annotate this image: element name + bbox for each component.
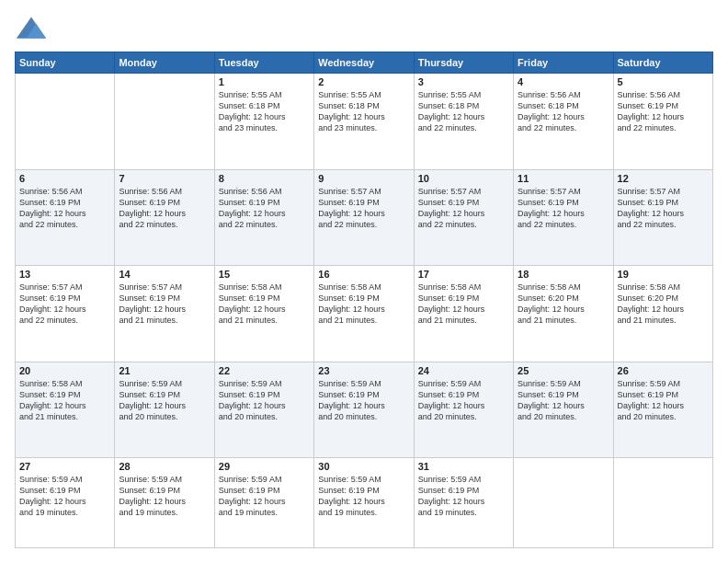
logo (15, 15, 51, 42)
cell-info: Sunrise: 5:55 AM Sunset: 6:18 PM Dayligh… (318, 89, 409, 134)
cell-info: Sunrise: 5:58 AM Sunset: 6:20 PM Dayligh… (618, 282, 709, 327)
day-number: 13 (19, 269, 110, 280)
cell-info: Sunrise: 5:57 AM Sunset: 6:19 PM Dayligh… (418, 186, 509, 231)
calendar-cell: 22Sunrise: 5:59 AM Sunset: 6:19 PM Dayli… (214, 362, 313, 458)
calendar-cell: 27Sunrise: 5:59 AM Sunset: 6:19 PM Dayli… (16, 458, 115, 548)
calendar-cell: 25Sunrise: 5:59 AM Sunset: 6:19 PM Dayli… (514, 362, 613, 458)
weekday-header-monday: Monday (115, 52, 214, 74)
cell-info: Sunrise: 5:59 AM Sunset: 6:19 PM Dayligh… (418, 378, 509, 423)
calendar-cell: 26Sunrise: 5:59 AM Sunset: 6:19 PM Dayli… (613, 362, 712, 458)
day-number: 23 (318, 365, 409, 376)
day-number: 24 (418, 365, 509, 376)
cell-info: Sunrise: 5:57 AM Sunset: 6:19 PM Dayligh… (19, 282, 110, 327)
cell-info: Sunrise: 5:55 AM Sunset: 6:18 PM Dayligh… (219, 89, 310, 134)
calendar-cell: 21Sunrise: 5:59 AM Sunset: 6:19 PM Dayli… (115, 362, 214, 458)
day-number: 9 (318, 173, 409, 184)
calendar-cell: 19Sunrise: 5:58 AM Sunset: 6:20 PM Dayli… (613, 266, 712, 362)
day-number: 31 (418, 461, 509, 472)
calendar-cell (514, 458, 613, 548)
calendar-cell: 17Sunrise: 5:58 AM Sunset: 6:19 PM Dayli… (414, 266, 513, 362)
calendar-cell: 9Sunrise: 5:57 AM Sunset: 6:19 PM Daylig… (314, 169, 414, 266)
weekday-header-tuesday: Tuesday (214, 52, 313, 74)
calendar-week-5: 27Sunrise: 5:59 AM Sunset: 6:19 PM Dayli… (16, 458, 713, 548)
calendar-week-2: 6Sunrise: 5:56 AM Sunset: 6:19 PM Daylig… (16, 169, 713, 266)
calendar-cell: 12Sunrise: 5:57 AM Sunset: 6:19 PM Dayli… (613, 169, 712, 266)
cell-info: Sunrise: 5:58 AM Sunset: 6:19 PM Dayligh… (318, 282, 409, 327)
cell-info: Sunrise: 5:58 AM Sunset: 6:20 PM Dayligh… (518, 282, 609, 327)
calendar-cell: 11Sunrise: 5:57 AM Sunset: 6:19 PM Dayli… (514, 169, 613, 266)
cell-info: Sunrise: 5:58 AM Sunset: 6:19 PM Dayligh… (418, 282, 509, 327)
page: SundayMondayTuesdayWednesdayThursdayFrid… (0, 0, 728, 563)
cell-info: Sunrise: 5:59 AM Sunset: 6:19 PM Dayligh… (418, 474, 509, 519)
calendar-cell (115, 74, 214, 170)
calendar-cell: 20Sunrise: 5:58 AM Sunset: 6:19 PM Dayli… (16, 362, 115, 458)
cell-info: Sunrise: 5:57 AM Sunset: 6:19 PM Dayligh… (318, 186, 409, 231)
calendar-cell: 16Sunrise: 5:58 AM Sunset: 6:19 PM Dayli… (314, 266, 414, 362)
cell-info: Sunrise: 5:56 AM Sunset: 6:19 PM Dayligh… (19, 186, 110, 231)
calendar-week-4: 20Sunrise: 5:58 AM Sunset: 6:19 PM Dayli… (16, 362, 713, 458)
day-number: 29 (219, 461, 310, 472)
weekday-row: SundayMondayTuesdayWednesdayThursdayFrid… (16, 52, 713, 74)
weekday-header-wednesday: Wednesday (314, 52, 414, 74)
header (15, 15, 713, 42)
day-number: 10 (418, 173, 509, 184)
cell-info: Sunrise: 5:56 AM Sunset: 6:19 PM Dayligh… (219, 186, 310, 231)
cell-info: Sunrise: 5:56 AM Sunset: 6:19 PM Dayligh… (119, 186, 210, 231)
calendar-cell: 24Sunrise: 5:59 AM Sunset: 6:19 PM Dayli… (414, 362, 513, 458)
calendar-cell: 15Sunrise: 5:58 AM Sunset: 6:19 PM Dayli… (214, 266, 313, 362)
day-number: 26 (618, 365, 709, 376)
day-number: 5 (618, 76, 709, 87)
cell-info: Sunrise: 5:59 AM Sunset: 6:19 PM Dayligh… (19, 474, 110, 519)
cell-info: Sunrise: 5:57 AM Sunset: 6:19 PM Dayligh… (119, 282, 210, 327)
calendar-cell (16, 74, 115, 170)
calendar-cell: 6Sunrise: 5:56 AM Sunset: 6:19 PM Daylig… (16, 169, 115, 266)
calendar-cell: 23Sunrise: 5:59 AM Sunset: 6:19 PM Dayli… (314, 362, 414, 458)
calendar-cell: 3Sunrise: 5:55 AM Sunset: 6:18 PM Daylig… (414, 74, 513, 170)
day-number: 17 (418, 269, 509, 280)
cell-info: Sunrise: 5:56 AM Sunset: 6:18 PM Dayligh… (518, 89, 609, 134)
day-number: 4 (518, 76, 609, 87)
cell-info: Sunrise: 5:57 AM Sunset: 6:19 PM Dayligh… (518, 186, 609, 231)
day-number: 19 (618, 269, 709, 280)
cell-info: Sunrise: 5:57 AM Sunset: 6:19 PM Dayligh… (618, 186, 709, 231)
calendar-cell: 7Sunrise: 5:56 AM Sunset: 6:19 PM Daylig… (115, 169, 214, 266)
day-number: 2 (318, 76, 409, 87)
cell-info: Sunrise: 5:59 AM Sunset: 6:19 PM Dayligh… (318, 474, 409, 519)
cell-info: Sunrise: 5:59 AM Sunset: 6:19 PM Dayligh… (318, 378, 409, 423)
calendar-cell: 4Sunrise: 5:56 AM Sunset: 6:18 PM Daylig… (514, 74, 613, 170)
cell-info: Sunrise: 5:59 AM Sunset: 6:19 PM Dayligh… (119, 378, 210, 423)
calendar-cell: 29Sunrise: 5:59 AM Sunset: 6:19 PM Dayli… (214, 458, 313, 548)
day-number: 16 (318, 269, 409, 280)
weekday-header-thursday: Thursday (414, 52, 513, 74)
day-number: 1 (219, 76, 310, 87)
calendar-cell: 28Sunrise: 5:59 AM Sunset: 6:19 PM Dayli… (115, 458, 214, 548)
day-number: 28 (119, 461, 210, 472)
day-number: 8 (219, 173, 310, 184)
weekday-header-friday: Friday (514, 52, 613, 74)
calendar-cell: 8Sunrise: 5:56 AM Sunset: 6:19 PM Daylig… (214, 169, 313, 266)
calendar-table: SundayMondayTuesdayWednesdayThursdayFrid… (15, 52, 713, 548)
day-number: 12 (618, 173, 709, 184)
calendar-header: SundayMondayTuesdayWednesdayThursdayFrid… (16, 52, 713, 74)
calendar-cell (613, 458, 712, 548)
day-number: 22 (219, 365, 310, 376)
day-number: 21 (119, 365, 210, 376)
cell-info: Sunrise: 5:59 AM Sunset: 6:19 PM Dayligh… (119, 474, 210, 519)
day-number: 18 (518, 269, 609, 280)
calendar-body: 1Sunrise: 5:55 AM Sunset: 6:18 PM Daylig… (16, 74, 713, 548)
calendar-cell: 1Sunrise: 5:55 AM Sunset: 6:18 PM Daylig… (214, 74, 313, 170)
weekday-header-sunday: Sunday (16, 52, 115, 74)
day-number: 30 (318, 461, 409, 472)
cell-info: Sunrise: 5:59 AM Sunset: 6:19 PM Dayligh… (219, 378, 310, 423)
cell-info: Sunrise: 5:58 AM Sunset: 6:19 PM Dayligh… (219, 282, 310, 327)
calendar-cell: 10Sunrise: 5:57 AM Sunset: 6:19 PM Dayli… (414, 169, 513, 266)
day-number: 6 (19, 173, 110, 184)
calendar-cell: 14Sunrise: 5:57 AM Sunset: 6:19 PM Dayli… (115, 266, 214, 362)
day-number: 25 (518, 365, 609, 376)
calendar-cell: 31Sunrise: 5:59 AM Sunset: 6:19 PM Dayli… (414, 458, 513, 548)
day-number: 20 (19, 365, 110, 376)
calendar-cell: 5Sunrise: 5:56 AM Sunset: 6:19 PM Daylig… (613, 74, 712, 170)
cell-info: Sunrise: 5:55 AM Sunset: 6:18 PM Dayligh… (418, 89, 509, 134)
cell-info: Sunrise: 5:56 AM Sunset: 6:19 PM Dayligh… (618, 89, 709, 134)
day-number: 3 (418, 76, 509, 87)
